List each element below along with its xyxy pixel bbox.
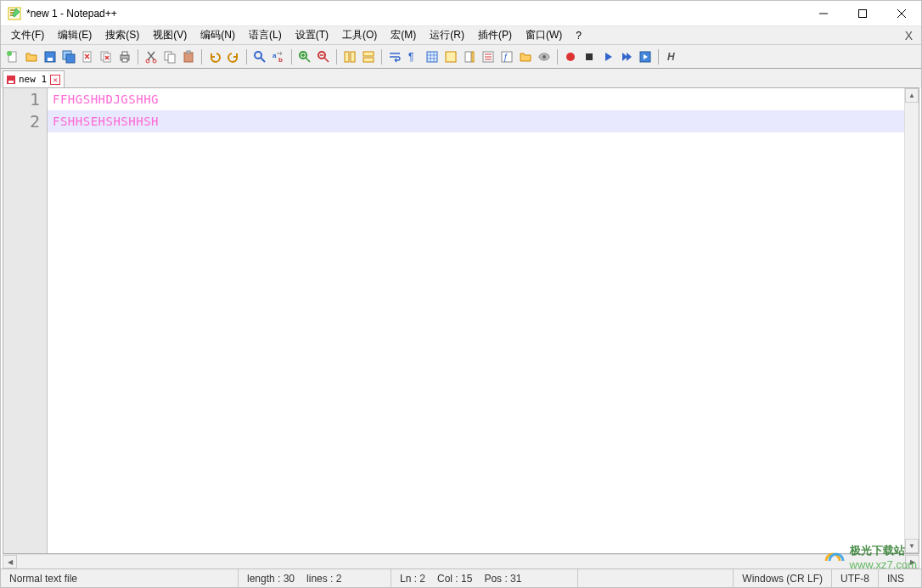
replace-icon[interactable]: ab: [270, 48, 287, 65]
toolbar: ab ¶ ƒ H: [1, 45, 921, 69]
status-ln: Ln : 2: [400, 573, 425, 585]
scroll-track[interactable]: [905, 103, 919, 539]
svg-rect-44: [8, 81, 14, 83]
svg-rect-31: [446, 52, 456, 62]
menu-plugins[interactable]: 插件(P): [471, 26, 519, 44]
scroll-track[interactable]: [17, 555, 905, 568]
close-file-icon[interactable]: [79, 48, 96, 65]
doc-list-icon[interactable]: [480, 48, 497, 65]
zoom-out-icon[interactable]: [315, 48, 332, 65]
func-list-icon[interactable]: ƒ: [498, 48, 515, 65]
save-macro-icon[interactable]: [637, 48, 654, 65]
editor-line[interactable]: FFHGSHHDJGSHHG: [48, 88, 904, 110]
menu-file[interactable]: 文件(F): [4, 26, 51, 44]
scroll-right-icon[interactable]: ▶: [905, 555, 919, 568]
svg-rect-26: [351, 52, 355, 62]
print-icon[interactable]: [116, 48, 133, 65]
menu-edit[interactable]: 编辑(E): [51, 26, 98, 44]
copy-icon[interactable]: [161, 48, 178, 65]
sync-v-icon[interactable]: [341, 48, 358, 65]
horizontal-scrollbar[interactable]: ◀ ▶: [3, 554, 919, 568]
svg-rect-28: [363, 58, 374, 62]
scroll-down-icon[interactable]: ▼: [905, 539, 919, 553]
tab-new-1[interactable]: new 1 ✕: [3, 70, 65, 87]
text-area[interactable]: FFHGSHHDJGSHHG FSHHSEHSHSHHSH: [48, 88, 904, 553]
menu-help[interactable]: ?: [569, 28, 588, 43]
show-all-icon[interactable]: ¶: [405, 48, 422, 65]
tab-close-icon[interactable]: ✕: [50, 75, 60, 85]
play-multi-icon[interactable]: [618, 48, 635, 65]
menu-view[interactable]: 视图(V): [146, 26, 194, 44]
editor-line[interactable]: FSHHSEHSHSHHSH: [48, 110, 904, 132]
svg-rect-33: [472, 52, 474, 62]
indent-guide-icon[interactable]: [424, 48, 441, 65]
cut-icon[interactable]: [143, 48, 160, 65]
svg-rect-27: [363, 52, 374, 56]
menu-run[interactable]: 运行(R): [423, 26, 471, 44]
svg-rect-32: [465, 52, 471, 62]
menu-window[interactable]: 窗口(W): [519, 26, 569, 44]
doc-map-icon[interactable]: [461, 48, 478, 65]
svg-point-39: [566, 53, 575, 61]
svg-point-38: [543, 55, 546, 59]
undo-icon[interactable]: [206, 48, 223, 65]
svg-rect-17: [168, 54, 175, 63]
menu-settings[interactable]: 设置(T): [289, 26, 335, 44]
tab-label: new 1: [19, 74, 47, 85]
new-file-icon[interactable]: [4, 48, 21, 65]
scroll-up-icon[interactable]: ▲: [905, 88, 919, 103]
status-mode[interactable]: INS: [879, 569, 921, 587]
minimize-button[interactable]: [804, 1, 843, 25]
scroll-left-icon[interactable]: ◀: [3, 555, 17, 568]
close-button[interactable]: [882, 1, 921, 25]
svg-rect-18: [184, 53, 193, 62]
svg-rect-7: [66, 54, 75, 63]
window-controls: [804, 1, 921, 25]
paste-icon[interactable]: [180, 48, 197, 65]
save-file-icon[interactable]: [42, 48, 59, 65]
menu-language[interactable]: 语言(L): [242, 26, 289, 44]
status-eol[interactable]: Windows (CR LF): [734, 569, 832, 587]
window-title: *new 1 - Notepad++: [26, 8, 804, 20]
svg-text:ƒ: ƒ: [503, 53, 509, 62]
folder-icon[interactable]: [517, 48, 534, 65]
menu-macro[interactable]: 宏(M): [384, 26, 423, 44]
menu-search[interactable]: 搜索(S): [98, 26, 146, 44]
status-encoding[interactable]: UTF-8: [832, 569, 879, 587]
svg-text:a: a: [273, 52, 277, 59]
menu-bar-close-icon[interactable]: X: [897, 29, 921, 42]
svg-rect-40: [586, 53, 593, 60]
svg-text:b: b: [278, 56, 283, 64]
open-file-icon[interactable]: [23, 48, 40, 65]
user-lang-icon[interactable]: [442, 48, 459, 65]
stop-macro-icon[interactable]: [581, 48, 598, 65]
svg-rect-5: [48, 58, 53, 61]
word-wrap-icon[interactable]: [386, 48, 403, 65]
close-all-icon[interactable]: [98, 48, 115, 65]
status-filetype: Normal text file: [1, 569, 239, 587]
zoom-in-icon[interactable]: [296, 48, 313, 65]
status-lines: lines : 2: [306, 573, 341, 585]
maximize-button[interactable]: [843, 1, 882, 25]
play-macro-icon[interactable]: [599, 48, 616, 65]
status-spacer: [578, 569, 734, 587]
svg-rect-12: [122, 52, 127, 55]
menu-encoding[interactable]: 编码(N): [194, 26, 242, 44]
toolbar-separator: [381, 49, 382, 64]
status-bar: Normal text file length : 30 lines : 2 L…: [1, 568, 921, 587]
menu-tools[interactable]: 工具(O): [335, 26, 384, 44]
vertical-scrollbar[interactable]: ▲ ▼: [904, 88, 919, 553]
sync-h-icon[interactable]: [360, 48, 377, 65]
save-all-icon[interactable]: [60, 48, 77, 65]
redo-icon[interactable]: [225, 48, 242, 65]
svg-rect-30: [427, 52, 437, 62]
status-col: Col : 15: [437, 573, 472, 585]
svg-text:H: H: [667, 51, 675, 63]
find-icon[interactable]: [251, 48, 268, 65]
record-macro-icon[interactable]: [562, 48, 579, 65]
monitor-icon[interactable]: [536, 48, 553, 65]
line-number: 1: [3, 88, 47, 110]
bold-h-icon[interactable]: H: [663, 48, 680, 65]
status-length-lines: length : 30 lines : 2: [239, 569, 391, 587]
toolbar-separator: [336, 49, 337, 64]
